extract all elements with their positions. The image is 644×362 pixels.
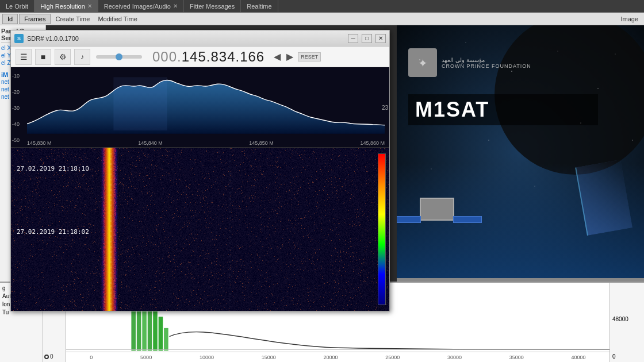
freq-slider[interactable]	[96, 55, 142, 59]
logo-symbol: ✦	[408, 48, 437, 77]
x-label-25000: 25000	[385, 355, 400, 360]
svg-text:✦: ✦	[418, 57, 428, 70]
satellite-image-area: ✦ مؤسسة ولي العهد CROWN PRINCE FOUNDATIO…	[397, 25, 644, 278]
main-area: Panel Sun Sensor el X el Y el Z iM net n…	[0, 25, 644, 362]
x-label-20000: 20000	[323, 355, 338, 360]
svg-rect-21	[164, 328, 168, 351]
sdr-toolbar: ☰ ■ ⚙ ♪ 000.145.834.166 ◀ ▶ RESET	[11, 47, 389, 67]
x-label-35000: 35000	[509, 355, 524, 360]
right-y-values: 48000 0	[610, 283, 644, 362]
colorbar	[378, 153, 386, 305]
tab-bar: Le Orbit High Resolution ✕ Received Imag…	[0, 0, 644, 13]
minimize-button[interactable]: ─	[348, 34, 358, 43]
timestamp-top: 27.02.2019 21:18:10	[17, 165, 89, 172]
frequency-display: 000.145.834.166	[152, 49, 264, 65]
solar-panel-left	[397, 216, 421, 223]
modified-time-col[interactable]: Modified Time	[94, 16, 140, 22]
freq-label-840: 145,840 M	[138, 140, 163, 146]
sdr-window: S SDR# v1.0.0.1700 ─ □ ✕ ☰ ■ ⚙	[10, 30, 390, 311]
tab-le-orbit[interactable]: Le Orbit	[0, 0, 34, 12]
y-label-0: 0	[50, 353, 53, 360]
freq-label-830: 145,830 M	[27, 140, 52, 146]
db-label-30: -30	[12, 105, 20, 111]
audio-button[interactable]: ♪	[74, 49, 90, 65]
sdr-title: SDR# v1.0.0.1700	[27, 35, 344, 42]
freq-labels: 145,830 M 145,840 M 145,850 M 145,860 M	[27, 140, 385, 146]
spectrum-level-label: 23	[382, 104, 388, 110]
maximize-button[interactable]: □	[362, 34, 372, 43]
solar-panel-right	[453, 216, 482, 223]
logo-text-area: مؤسسة ولي العهد CROWN PRINCE FOUNDATION	[442, 57, 531, 69]
db-labels: -10 -20 -30 -40 -50	[12, 67, 20, 143]
x-axis: 0 5000 10000 15000 20000 25000 30000 350…	[66, 352, 610, 362]
m1sat-text: M1SAT	[415, 98, 489, 122]
x-label-40000: 40000	[571, 355, 585, 360]
id-button[interactable]: Id	[2, 14, 18, 24]
menu-button[interactable]: ☰	[16, 49, 32, 65]
origin-marker	[44, 355, 49, 359]
spectrum-top: -10 -20 -30 -40 -50	[11, 67, 389, 148]
close-button[interactable]: ✕	[375, 34, 386, 43]
sdr-spectrum: -10 -20 -30 -40 -50	[11, 67, 389, 311]
right-y-bottom: 0	[612, 353, 642, 360]
waterfall: 27.02.2019 21:18:10 27.02.2019 21:18:02	[11, 148, 389, 311]
logo-svg: ✦	[411, 51, 434, 74]
freq-right-button[interactable]: ▶	[286, 51, 293, 62]
freq-label-860: 145,860 M	[360, 140, 385, 146]
crown-prince-logo: ✦ مؤسسة ولي العهد CROWN PRINCE FOUNDATIO…	[408, 48, 531, 77]
satellite-body	[420, 198, 454, 221]
tab-close-high-res[interactable]: ✕	[87, 3, 92, 9]
freq-label-850: 145,850 M	[249, 140, 274, 146]
freq-slider-thumb	[116, 53, 122, 60]
timestamp-bottom: 27.02.2019 21:18:02	[17, 228, 89, 236]
tab-high-resolution[interactable]: High Resolution ✕	[34, 0, 98, 12]
svg-rect-0	[113, 77, 167, 130]
satellite-3d	[408, 186, 477, 244]
stop-button[interactable]: ■	[35, 49, 51, 65]
sdr-titlebar: S SDR# v1.0.0.1700 ─ □ ✕	[11, 30, 389, 47]
logo-arabic: مؤسسة ولي العهد	[442, 57, 531, 63]
right-y-mid: 48000	[612, 316, 642, 322]
image-col: Image	[617, 16, 642, 22]
db-label-10: -10	[12, 73, 20, 79]
frames-button[interactable]: Frames	[19, 14, 51, 24]
tab-received-images[interactable]: Received Images/Audio ✕	[98, 0, 184, 12]
tab-realtime[interactable]: Realtime	[241, 0, 278, 12]
db-label-20: -20	[12, 89, 20, 95]
spectrum-svg	[27, 67, 385, 147]
tab-close-received[interactable]: ✕	[173, 3, 178, 9]
m1sat-title-bar: M1SAT	[408, 94, 598, 125]
tab-fitter-messages[interactable]: Fitter Messages	[184, 0, 241, 12]
x-label-5000: 5000	[140, 355, 152, 360]
x-label-30000: 30000	[447, 355, 462, 360]
header-row: Id Frames Create Time Modified Time Imag…	[0, 13, 644, 25]
logo-english: CROWN PRINCE FOUNDATION	[442, 63, 531, 69]
db-label-40: -40	[12, 121, 20, 127]
x-label-15000: 15000	[262, 355, 276, 360]
db-label-50: -50	[12, 137, 20, 143]
reset-button[interactable]: RESET	[298, 52, 321, 61]
settings-button[interactable]: ⚙	[55, 49, 71, 65]
create-time-col[interactable]: Create Time	[52, 16, 93, 22]
svg-rect-20	[159, 317, 163, 351]
freq-left-button[interactable]: ◀	[274, 51, 281, 62]
sdr-app-icon: S	[14, 34, 24, 43]
x-label-0: 0	[90, 355, 93, 360]
x-label-10000: 10000	[200, 355, 214, 360]
